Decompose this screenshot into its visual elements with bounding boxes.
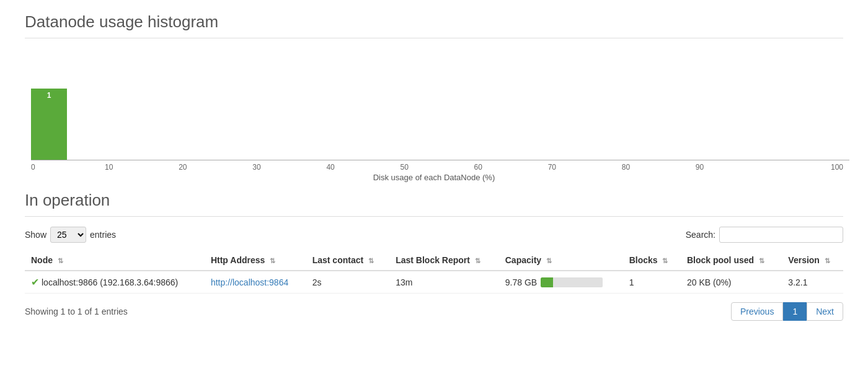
pagination: Previous 1 Next (731, 302, 843, 321)
cell-last-contact: 2s (306, 271, 390, 294)
operation-title: In operation (25, 191, 843, 210)
sort-last-block-report-icon[interactable]: ⇅ (475, 257, 480, 264)
col-last-contact[interactable]: Last contact ⇅ (306, 250, 390, 271)
col-blocks[interactable]: Blocks ⇅ (623, 250, 681, 271)
col-last-contact-label: Last contact (312, 255, 363, 265)
x-label-40: 40 (326, 163, 400, 172)
sort-blocks-icon[interactable]: ⇅ (662, 257, 668, 264)
table-header-row: Node ⇅ Http Address ⇅ Last contact ⇅ Las… (25, 250, 843, 271)
search-box: Search: (686, 227, 843, 243)
col-last-block-report[interactable]: Last Block Report ⇅ (389, 250, 499, 271)
x-axis-title: Disk usage of each DataNode (%) (25, 173, 843, 182)
sort-block-pool-icon[interactable]: ⇅ (759, 257, 764, 264)
x-label-70: 70 (548, 163, 622, 172)
page-1-button[interactable]: 1 (783, 302, 807, 321)
col-capacity[interactable]: Capacity ⇅ (499, 250, 623, 271)
cell-capacity: 9.78 GB (499, 271, 623, 294)
table-controls: Show 10 25 50 100 entries Search: (25, 227, 843, 243)
sort-version-icon[interactable]: ⇅ (825, 257, 830, 264)
cell-version: 3.2.1 (782, 271, 843, 294)
col-version[interactable]: Version ⇅ (782, 250, 843, 271)
x-label-100: 100 (769, 163, 843, 172)
http-address-link[interactable]: http://localhost:9864 (211, 277, 288, 287)
x-label-10: 10 (105, 163, 179, 172)
x-label-90: 90 (696, 163, 769, 172)
sort-node-icon[interactable]: ⇅ (58, 257, 63, 264)
col-block-pool-used[interactable]: Block pool used ⇅ (681, 250, 782, 271)
col-http-label: Http Address (211, 255, 265, 265)
histogram-bar-0: 1 (31, 89, 67, 160)
cell-block-pool-used: 20 KB (0%) (681, 271, 782, 294)
histogram-title: Datanode usage histogram (25, 12, 843, 32)
showing-entries-text: Showing 1 to 1 of 1 entries (25, 307, 128, 316)
entries-label: entries (90, 230, 116, 240)
col-node[interactable]: Node ⇅ (25, 250, 205, 271)
col-version-label: Version (788, 255, 820, 265)
show-label: Show (25, 230, 46, 240)
cell-http-address: http://localhost:9864 (205, 271, 306, 294)
col-http-address[interactable]: Http Address ⇅ (205, 250, 306, 271)
x-axis-line (31, 160, 849, 160)
sort-capacity-icon[interactable]: ⇅ (546, 257, 552, 264)
sort-http-icon[interactable]: ⇅ (270, 257, 275, 264)
col-last-block-report-label: Last Block Report (396, 255, 470, 265)
col-node-label: Node (31, 255, 53, 265)
x-label-60: 60 (474, 163, 548, 172)
col-block-pool-label: Block pool used (687, 255, 754, 265)
show-entries-control: Show 10 25 50 100 entries (25, 227, 116, 243)
operation-divider (25, 216, 843, 217)
table-body: ✔localhost:9866 (192.168.3.64:9866)http:… (25, 271, 843, 294)
x-label-20: 20 (179, 163, 252, 172)
table-header: Node ⇅ Http Address ⇅ Last contact ⇅ Las… (25, 250, 843, 271)
histogram-divider (25, 38, 843, 38)
node-status-icon: ✔ (31, 277, 39, 287)
capacity-bar-wrap (541, 277, 603, 287)
x-label-50: 50 (400, 163, 474, 172)
capacity-bar-container: 9.78 GB (505, 277, 617, 287)
histogram-bar-label: 1 (47, 91, 51, 100)
datanode-table: Node ⇅ Http Address ⇅ Last contact ⇅ Las… (25, 250, 843, 294)
capacity-bar-fill (541, 277, 553, 287)
search-label: Search: (686, 230, 715, 240)
table-row: ✔localhost:9866 (192.168.3.64:9866)http:… (25, 271, 843, 294)
table-footer: Showing 1 to 1 of 1 entries Previous 1 N… (25, 302, 843, 321)
histogram-bars: 1 (25, 48, 843, 160)
next-button[interactable]: Next (807, 302, 843, 321)
x-label-0: 0 (31, 163, 105, 172)
x-label-80: 80 (622, 163, 696, 172)
entries-per-page-select[interactable]: 10 25 50 100 (50, 227, 86, 243)
histogram-chart-area: 1 0 10 20 30 40 50 60 70 80 90 100 Disk … (25, 48, 843, 172)
x-axis-labels: 0 10 20 30 40 50 60 70 80 90 100 (25, 163, 843, 172)
search-input[interactable] (719, 227, 843, 243)
previous-button[interactable]: Previous (731, 302, 783, 321)
cell-node: ✔localhost:9866 (192.168.3.64:9866) (25, 271, 205, 294)
col-blocks-label: Blocks (629, 255, 658, 265)
capacity-value: 9.78 GB (505, 277, 537, 287)
cell-blocks: 1 (623, 271, 681, 294)
cell-last-block-report: 13m (389, 271, 499, 294)
sort-last-contact-icon[interactable]: ⇅ (368, 257, 374, 264)
x-label-30: 30 (252, 163, 326, 172)
col-capacity-label: Capacity (505, 255, 541, 265)
